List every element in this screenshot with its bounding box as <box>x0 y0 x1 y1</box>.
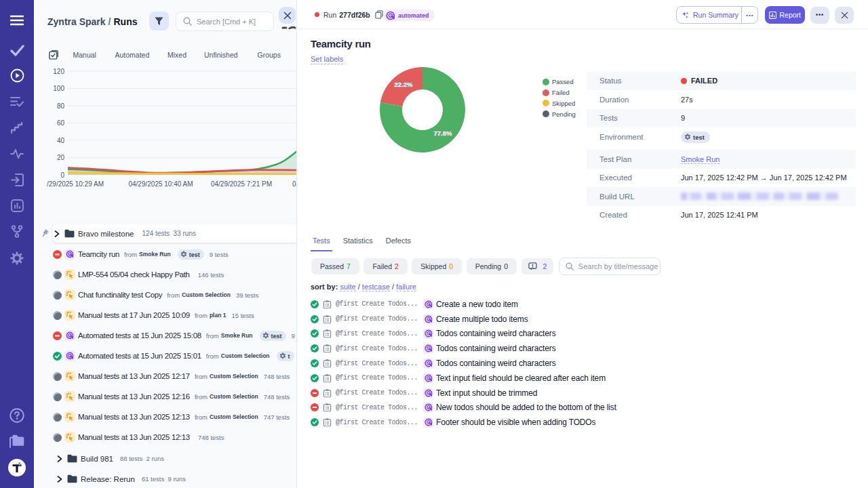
svg-text:04/2: 04/2 <box>292 180 297 188</box>
svg-text:80: 80 <box>57 102 65 110</box>
svg-text:04/29/2025 7:21 PM: 04/29/2025 7:21 PM <box>211 180 272 188</box>
svg-text:04/29/2025 10:40 AM: 04/29/2025 10:40 AM <box>128 180 193 188</box>
svg-text:20: 20 <box>57 154 65 161</box>
svg-text:40: 40 <box>57 137 65 144</box>
svg-text:100: 100 <box>53 85 64 92</box>
svg-text:60: 60 <box>57 119 65 127</box>
svg-text:120: 120 <box>53 68 64 75</box>
svg-text:77.8%: 77.8% <box>434 129 452 137</box>
svg-text:/29/2025 10:29 AM: /29/2025 10:29 AM <box>47 180 104 188</box>
svg-text:22.2%: 22.2% <box>395 81 413 88</box>
svg-text:0: 0 <box>60 171 64 179</box>
